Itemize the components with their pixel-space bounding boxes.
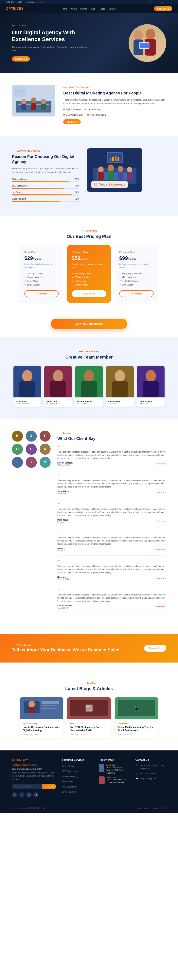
- newsletter-button[interactable]: Subscribe: [42, 784, 56, 789]
- social-facebook-icon[interactable]: f: [12, 792, 17, 798]
- hero-cta-button[interactable]: Get Started: [12, 56, 30, 62]
- topbar-contact: +880 1234 567890 info@optincey.com: [6, 1, 46, 3]
- footer-service-1[interactable]: Digital Strategy: [62, 765, 76, 767]
- about-readmore-button[interactable]: Read More: [63, 119, 81, 124]
- footer-service-5[interactable]: PPC Advertising: [62, 786, 76, 788]
- feature-2: Link Building: [85, 108, 100, 111]
- blog-card-2[interactable]: 📈 SEO Top SEO Strategies to Boost Your W…: [67, 697, 111, 738]
- testimonials-section: K J F H S K J T M Reviews What Our Clien…: [0, 418, 178, 628]
- review-text-4: There are many variations of passages of…: [57, 536, 166, 546]
- svg-point-23: [107, 164, 114, 172]
- client-avatar-9: M: [39, 457, 50, 468]
- review-5: ❝ There are many variations of passages …: [57, 559, 166, 584]
- reviewer-role-2: Developer: [57, 493, 70, 495]
- blog-card-1[interactable]: Digital Marketing How to Grow Your Busin…: [20, 697, 63, 738]
- svg-point-0: [134, 30, 143, 40]
- social-youtube-icon[interactable]: yt: [33, 792, 39, 798]
- plan-cta-premium[interactable]: Get Started: [119, 290, 154, 297]
- stars-4: ★★★★☆: [156, 548, 166, 551]
- nav-pages[interactable]: Pages: [99, 8, 105, 10]
- social-twitter-icon[interactable]: t: [19, 792, 25, 798]
- contact-email: ✉️ info@optincey.com: [135, 777, 166, 780]
- svg-rect-54: [41, 701, 59, 703]
- review-1: ❝ There are many variations of passages …: [57, 445, 166, 470]
- plan-cta-basic[interactable]: Get Started: [24, 290, 59, 297]
- nav-service[interactable]: Service: [80, 8, 87, 10]
- nav-home[interactable]: Home: [61, 8, 67, 10]
- post-title-2[interactable]: Top SEO Strategies to Boost Your Website: [107, 778, 129, 784]
- newsletter-input[interactable]: [12, 784, 42, 789]
- social-fb[interactable]: f: [150, 1, 151, 3]
- contact-phone: 📞 +880 1234 567890: [135, 772, 166, 775]
- large-cta-area: Get Free Consultation: [0, 315, 178, 337]
- social-instagram-icon[interactable]: in: [26, 792, 32, 798]
- svg-rect-49: [143, 381, 159, 398]
- footer-privacy-link[interactable]: Privacy Policy: [136, 807, 148, 809]
- clients-grid: K J F H S K J T M: [12, 431, 51, 616]
- review-text-1: There are many variations of passages of…: [57, 450, 166, 460]
- blog-card-3[interactable]: 📱 Social Media Social Media Marketing Ti…: [115, 697, 158, 738]
- team-section: Team Member Creative Team Member John Sm…: [0, 337, 178, 418]
- reviewer-role-1: Web Designer: [57, 464, 72, 466]
- review-6: ❝ There are many variations of passages …: [57, 588, 166, 613]
- recent-post-img-2: [99, 776, 105, 784]
- nav-cta-button[interactable]: Get Started: [154, 6, 172, 11]
- nav-about[interactable]: About: [71, 8, 77, 10]
- svg-rect-34: [118, 158, 119, 161]
- footer-service-6[interactable]: Email Marketing: [62, 791, 76, 793]
- svg-point-2: [146, 29, 155, 40]
- pricing-card-standard: Standard Plan $59/month Great for growin…: [67, 245, 111, 303]
- contact-address-text: 123 Business Street, Dhaka, Bangladesh: [140, 764, 166, 770]
- client-avatar-8: T: [26, 457, 37, 468]
- nav-contact[interactable]: Contact: [109, 8, 116, 10]
- experience-label: Years Experience: [99, 183, 125, 186]
- blog-tag-1: Digital Marketing: [22, 723, 60, 725]
- post-date-2: Feb 8, 2024: [107, 776, 129, 778]
- post-title-1[interactable]: How to Grow Your Business With Digital M…: [106, 766, 129, 775]
- plan-price-basic: $29/month: [24, 255, 59, 261]
- footer-service-3[interactable]: Content Marketing: [62, 775, 78, 778]
- review-author-3: Pam Jodie Marketing ★★★★★: [57, 519, 166, 523]
- svg-point-27: [127, 167, 132, 173]
- plan-cta-standard[interactable]: Get Started: [72, 290, 106, 297]
- cta-contact-button[interactable]: Contact Us: [144, 645, 166, 652]
- feature-3: SEO Optimization: [63, 114, 83, 116]
- pricing-card-basic: Basic Plan $29/month Perfect for small b…: [20, 245, 63, 303]
- feature-dot-3: [63, 114, 65, 116]
- plan-feature-basic-2: Content Marketing: [24, 275, 59, 279]
- large-cta-button[interactable]: Get Free Consultation: [51, 319, 127, 329]
- about-features: Digital Strategy Link Building: [63, 108, 166, 111]
- plan-feature-standard-3: Link Building: [72, 279, 106, 283]
- why-description: There are many variations of passages of…: [12, 167, 79, 174]
- nav-blog[interactable]: Blog: [91, 8, 95, 10]
- reviewer-name-5: Sam Iqe: [57, 576, 70, 578]
- social-tw[interactable]: t: [156, 1, 156, 3]
- testimonials-content: Reviews What Our Client Say ❝ There are …: [57, 431, 166, 616]
- client-avatar-3: F: [39, 431, 50, 442]
- why-content: Why Choose Optincey Reason For Choosing …: [12, 148, 79, 204]
- team-name-1: John Smith: [16, 400, 39, 402]
- cta-tag: We Are Agency: [12, 644, 120, 646]
- recent-post-info-1: Jan 15, 2024 How to Grow Your Business W…: [106, 764, 129, 775]
- review-text-6: There are many variations of passages of…: [57, 593, 166, 603]
- plan-feature-premium-1: Everything in Standard: [119, 272, 154, 275]
- reviewer-name-1: Kristin Watson: [57, 461, 72, 464]
- footer-service-4[interactable]: Social Media: [62, 781, 73, 783]
- client-avatar-4: H: [12, 444, 23, 455]
- team-info-4: Emily Davis Designer: [106, 398, 134, 407]
- footer-service-2[interactable]: SEO Optimization: [62, 770, 77, 772]
- about-title: Best Digital Marketing Agency For People: [63, 91, 166, 95]
- social-in[interactable]: in: [161, 1, 162, 3]
- progress-1: Digital Marketing85%: [12, 178, 79, 182]
- social-yt[interactable]: yt: [167, 1, 169, 3]
- experience-badge: 25+ Years Experience: [91, 181, 128, 188]
- review-3: ❝ There are many variations of passages …: [57, 502, 166, 527]
- footer-posts-title: Recent Post: [99, 758, 129, 761]
- topbar-social: f t in yt: [150, 1, 172, 3]
- plan-features-premium: Everything in Standard Video Marketing D…: [119, 272, 154, 287]
- team-card-1: John Smith CEO & Founder: [13, 366, 41, 407]
- progress-bar-2: [12, 188, 79, 189]
- progress-label-2: SEO Optimization78%: [12, 185, 79, 187]
- nav-logo-accent: NCEY: [14, 7, 24, 10]
- footer-terms-link[interactable]: Terms of Service: [151, 807, 166, 809]
